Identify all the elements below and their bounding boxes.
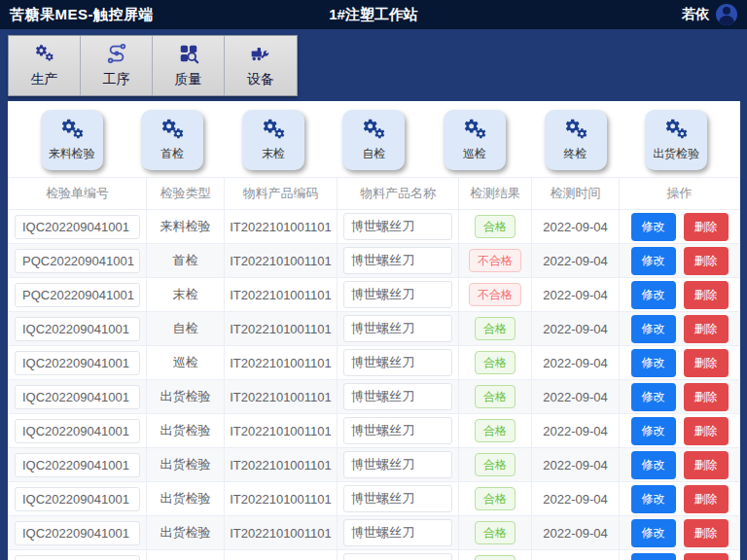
- qc-category-button[interactable]: 自检: [342, 110, 405, 170]
- col-header-actions: 操作: [620, 178, 739, 209]
- user-area[interactable]: 若依: [682, 4, 737, 25]
- qc-category-label: 出货检验: [653, 146, 699, 162]
- inspection-type-cell: 出货检验: [147, 380, 225, 413]
- result-badge: 合格: [475, 487, 516, 510]
- table-row: IQC202209041001 巡检 IT2022101001101 博世螺丝刀…: [9, 346, 739, 380]
- inspection-type-cell: 出货检验: [147, 550, 225, 560]
- table-row: IQC202209041001 出货检验 IT2022101001101 博世螺…: [9, 550, 739, 560]
- double-gear-icon: [160, 118, 185, 144]
- col-header-result: 检测结果: [459, 178, 532, 209]
- double-gear-icon: [563, 118, 588, 144]
- inspection-no-cell: IQC202209041001: [15, 453, 140, 477]
- mes-touch-screen: 苦糖果MES-触控屏端 1#注塑工作站 若依 生产 工序: [0, 0, 747, 560]
- double-gear-icon: [462, 118, 487, 144]
- tab-label: 设备: [247, 71, 274, 88]
- delete-button[interactable]: 删除: [684, 417, 729, 445]
- table-row: IQC202209041001 出货检验 IT2022101001101 博世螺…: [9, 380, 739, 414]
- material-code-cell: IT2022101001101: [225, 312, 338, 345]
- result-badge: 合格: [475, 453, 516, 476]
- avatar[interactable]: [716, 4, 737, 25]
- tab-equipment[interactable]: 设备: [225, 36, 297, 95]
- material-name-cell: 博世螺丝刀: [343, 383, 452, 410]
- table-row: IQC202209041001 出货检验 IT2022101001101 博世螺…: [9, 414, 739, 448]
- inspection-date-cell: 2022-09-04: [532, 346, 620, 379]
- inspection-no-cell: IQC202209041001: [15, 419, 140, 443]
- result-badge: 合格: [475, 317, 516, 340]
- delete-button[interactable]: 删除: [684, 553, 729, 560]
- qc-category-label: 末检: [262, 146, 285, 162]
- material-name-cell: 博世螺丝刀: [343, 417, 452, 444]
- qc-category-button[interactable]: 首检: [141, 110, 203, 170]
- qc-category-button[interactable]: 终检: [545, 110, 607, 170]
- material-name-cell: 博世螺丝刀: [343, 485, 452, 512]
- double-gear-icon: [361, 118, 386, 144]
- result-badge: 合格: [475, 351, 516, 374]
- edit-button[interactable]: 修改: [631, 485, 676, 513]
- table-row: IQC202209041001 来料检验 IT2022101001101 博世螺…: [9, 210, 739, 244]
- inspection-type-cell: 来料检验: [147, 210, 225, 243]
- col-header-material-name: 物料产品名称: [338, 178, 459, 209]
- edit-button[interactable]: 修改: [631, 247, 676, 275]
- material-code-cell: IT2022101001101: [225, 448, 338, 481]
- edit-button[interactable]: 修改: [631, 383, 676, 411]
- edit-button[interactable]: 修改: [631, 417, 676, 445]
- inspection-table: 检验单编号 检验类型 物料产品编码 物料产品名称 检测结果 检测时间 操作 IQ…: [8, 177, 740, 560]
- delete-button[interactable]: 删除: [684, 349, 729, 377]
- content-panel: 来料检验 首检 末检 自检 巡检 终检 出货检验: [8, 101, 740, 560]
- qc-category-label: 自检: [362, 146, 385, 162]
- result-badge: 合格: [475, 521, 516, 544]
- inspection-type-cell: 出货检验: [147, 482, 225, 515]
- qc-category-button[interactable]: 来料检验: [41, 110, 103, 170]
- table-header-row: 检验单编号 检验类型 物料产品编码 物料产品名称 检测结果 检测时间 操作: [9, 178, 739, 210]
- inspection-no-cell: PQC202209041001: [15, 249, 140, 273]
- result-badge: 合格: [475, 215, 516, 238]
- user-icon: [723, 7, 730, 15]
- tab-quality[interactable]: 质量: [153, 36, 225, 95]
- inspection-date-cell: 2022-09-04: [532, 312, 620, 345]
- edit-button[interactable]: 修改: [631, 315, 676, 343]
- delete-button[interactable]: 删除: [684, 281, 729, 309]
- material-code-cell: IT2022101001101: [225, 278, 338, 311]
- col-header-date: 检测时间: [532, 178, 620, 209]
- double-gear-icon: [663, 118, 689, 144]
- inspection-date-cell: 2022-09-04: [532, 448, 620, 481]
- inspection-no-cell: IQC202209041001: [15, 317, 140, 341]
- delete-button[interactable]: 删除: [684, 315, 729, 343]
- table-row: IQC202209041001 自检 IT2022101001101 博世螺丝刀…: [9, 312, 739, 346]
- inspection-no-cell: IQC202209041001: [15, 385, 140, 409]
- edit-button[interactable]: 修改: [631, 281, 676, 309]
- delete-button[interactable]: 删除: [684, 383, 729, 411]
- material-name-cell: 博世螺丝刀: [343, 451, 452, 478]
- inspection-date-cell: 2022-09-04: [532, 380, 620, 413]
- tab-process[interactable]: 工序: [81, 36, 153, 95]
- result-badge: 不合格: [469, 283, 521, 306]
- material-code-cell: IT2022101001101: [225, 550, 338, 560]
- delete-button[interactable]: 删除: [684, 451, 729, 479]
- edit-button[interactable]: 修改: [631, 519, 676, 547]
- edit-button[interactable]: 修改: [631, 349, 676, 377]
- material-name-cell: 博世螺丝刀: [343, 553, 452, 560]
- result-badge: 不合格: [469, 249, 521, 272]
- col-header-inspection-type: 检验类型: [147, 178, 225, 209]
- qc-category-label: 首检: [160, 146, 184, 162]
- edit-button[interactable]: 修改: [631, 451, 676, 479]
- qc-category-button[interactable]: 末检: [242, 110, 304, 170]
- inspection-date-cell: 2022-09-04: [532, 244, 620, 277]
- material-name-cell: 博世螺丝刀: [343, 281, 452, 308]
- col-header-inspection-no: 检验单编号: [9, 178, 147, 209]
- table-row: IQC202209041001 出货检验 IT2022101001101 博世螺…: [9, 482, 739, 516]
- edit-button[interactable]: 修改: [631, 553, 676, 560]
- inspection-no-cell: IQC202209041001: [15, 215, 140, 239]
- delete-button[interactable]: 删除: [684, 247, 729, 275]
- gears-icon: [34, 43, 55, 67]
- material-code-cell: IT2022101001101: [225, 516, 338, 549]
- delete-button[interactable]: 删除: [684, 213, 729, 241]
- tab-production[interactable]: 生产: [9, 36, 81, 95]
- qc-category-button[interactable]: 出货检验: [645, 110, 707, 170]
- qc-category-button[interactable]: 巡检: [444, 110, 506, 170]
- edit-button[interactable]: 修改: [631, 213, 676, 241]
- delete-button[interactable]: 删除: [684, 519, 729, 547]
- inspection-type-cell: 末检: [147, 278, 225, 311]
- delete-button[interactable]: 删除: [684, 485, 729, 513]
- inspection-date-cell: 2022-09-04: [532, 414, 620, 447]
